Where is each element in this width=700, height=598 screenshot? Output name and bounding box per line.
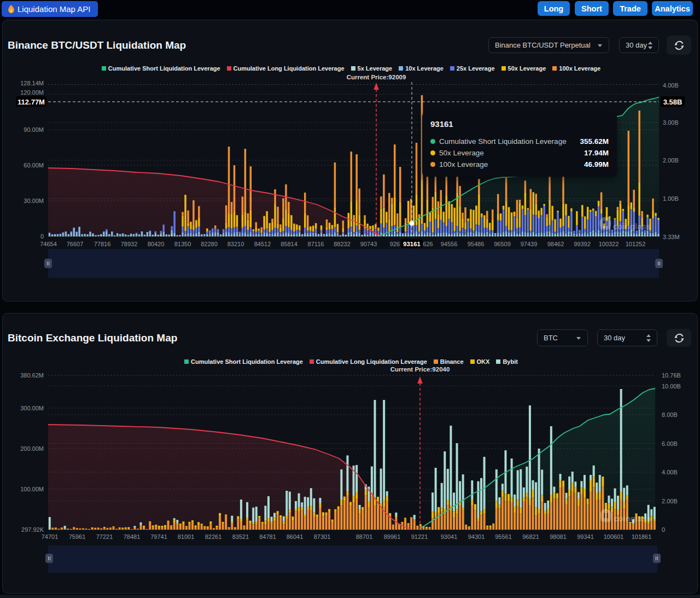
svg-text:87116: 87116 (308, 241, 324, 247)
svg-text:380.62M: 380.62M (20, 372, 44, 379)
svg-text:81001: 81001 (178, 533, 195, 540)
svg-text:77816: 77816 (94, 241, 111, 247)
svg-text:74701: 74701 (42, 533, 59, 540)
svg-text:100.00M: 100.00M (20, 486, 44, 492)
svg-text:98081: 98081 (550, 533, 567, 540)
svg-text:3.33M: 3.33M (663, 234, 680, 240)
svg-text:90743: 90743 (360, 241, 377, 247)
svg-text:112.77M: 112.77M (18, 98, 45, 106)
svg-text:4.00B: 4.00B (663, 82, 679, 89)
svg-text:60.00M: 60.00M (24, 162, 44, 169)
svg-text:30.00M: 30.00M (24, 198, 44, 204)
svg-text:3.58B: 3.58B (663, 98, 682, 106)
svg-text:101252: 101252 (626, 241, 646, 247)
svg-text:82280: 82280 (201, 241, 218, 247)
svg-text:93041: 93041 (441, 533, 458, 540)
svg-text:90.00M: 90.00M (24, 126, 44, 133)
svg-text:128.14M: 128.14M (20, 80, 44, 86)
svg-text:8.00B: 8.00B (662, 411, 678, 418)
svg-text:98462: 98462 (547, 241, 564, 247)
svg-text:101861: 101861 (632, 533, 652, 540)
svg-text:297.92K: 297.92K (21, 526, 44, 533)
svg-text:99341: 99341 (577, 533, 594, 540)
svg-text:78932: 78932 (121, 241, 138, 247)
svg-text:100322: 100322 (599, 241, 619, 247)
svg-text:99392: 99392 (574, 241, 591, 247)
svg-text:82261: 82261 (205, 533, 222, 540)
svg-text:86041: 86041 (287, 533, 304, 540)
svg-text:83210: 83210 (228, 241, 244, 247)
svg-text:94556: 94556 (441, 241, 458, 247)
svg-text:88232: 88232 (334, 241, 351, 247)
svg-text:80420: 80420 (148, 241, 165, 247)
svg-text:88701: 88701 (356, 533, 373, 540)
svg-text:89961: 89961 (384, 533, 401, 540)
svg-text:1.00B: 1.00B (663, 195, 679, 202)
svg-text:100601: 100601 (604, 533, 624, 540)
svg-text:96509: 96509 (494, 241, 511, 247)
svg-text:0: 0 (40, 233, 44, 240)
svg-text:2.00B: 2.00B (662, 498, 678, 504)
svg-text:84781: 84781 (259, 533, 276, 540)
svg-text:0: 0 (662, 526, 665, 533)
svg-text:81350: 81350 (174, 241, 191, 247)
svg-text:74654: 74654 (40, 241, 57, 247)
svg-text:78481: 78481 (124, 533, 141, 540)
svg-text:Current Price:92040: Current Price:92040 (390, 366, 450, 373)
svg-text:coinglass: coinglass (614, 514, 651, 523)
svg-text:83521: 83521 (232, 533, 249, 540)
svg-text:200.00M: 200.00M (20, 445, 44, 452)
svg-text:120.00M: 120.00M (20, 89, 44, 96)
svg-text:97439: 97439 (521, 241, 538, 247)
svg-text:6.00B: 6.00B (662, 440, 678, 447)
svg-text:926: 926 (390, 241, 400, 247)
svg-text:95486: 95486 (468, 241, 485, 247)
svg-text:94301: 94301 (468, 533, 485, 540)
svg-text:4.00B: 4.00B (662, 469, 678, 475)
svg-text:76607: 76607 (67, 241, 84, 247)
svg-text:87301: 87301 (314, 533, 331, 540)
svg-text:93161: 93161 (403, 241, 421, 247)
svg-text:96821: 96821 (522, 533, 539, 540)
svg-text:10.00B: 10.00B (662, 383, 681, 390)
svg-text:95561: 95561 (495, 533, 512, 540)
svg-text:2.00B: 2.00B (663, 157, 679, 164)
svg-text:10.76B: 10.76B (662, 372, 681, 379)
svg-text:79741: 79741 (150, 533, 167, 540)
svg-text:626: 626 (423, 241, 433, 247)
svg-text:84512: 84512 (254, 241, 271, 247)
svg-text:300.00M: 300.00M (20, 405, 44, 411)
svg-text:77221: 77221 (96, 533, 113, 540)
svg-text:85814: 85814 (281, 241, 298, 247)
svg-text:Current Price:92009: Current Price:92009 (347, 74, 406, 80)
svg-text:75961: 75961 (69, 533, 86, 540)
svg-text:91221: 91221 (411, 533, 428, 540)
svg-text:coinglass: coinglass (613, 222, 651, 231)
svg-text:3.00B: 3.00B (663, 119, 679, 126)
